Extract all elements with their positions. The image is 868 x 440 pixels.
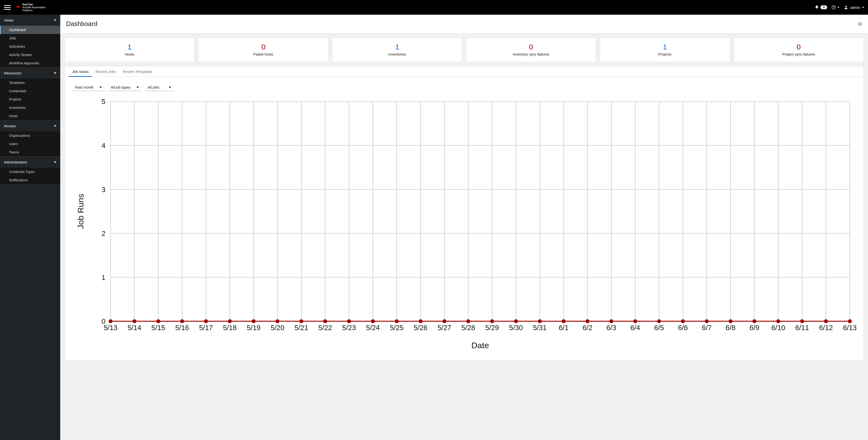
help-menu-button[interactable]: ?: [832, 5, 839, 9]
svg-point-90: [371, 319, 375, 323]
brand-logo[interactable]: Red Hat Ansible Automation Platform: [16, 3, 45, 12]
sidebar-item-schedules[interactable]: Schedules: [0, 42, 60, 50]
sidebar-item-users[interactable]: Users: [0, 140, 60, 148]
nav-section-resources[interactable]: Resources: [0, 67, 60, 78]
svg-text:5/31: 5/31: [533, 324, 547, 332]
svg-text:1: 1: [101, 274, 105, 281]
svg-point-98: [562, 319, 566, 323]
tab-job-status[interactable]: Job status: [69, 67, 92, 77]
svg-point-83: [204, 319, 208, 323]
sidebar-item-workflow-approvals[interactable]: Workflow Approvals: [0, 59, 60, 67]
svg-point-80: [132, 319, 136, 323]
top-header: Red Hat Ansible Automation Platform 0 ? …: [0, 0, 868, 15]
period-select[interactable]: Past month: [72, 84, 105, 91]
svg-text:6/12: 6/12: [819, 324, 833, 332]
nav-section-label: Resources: [4, 71, 22, 75]
svg-point-97: [538, 319, 542, 323]
job-type-select[interactable]: All job types: [108, 84, 142, 91]
svg-text:6/3: 6/3: [607, 324, 616, 332]
svg-text:6/1: 6/1: [559, 324, 568, 332]
svg-point-79: [109, 319, 113, 323]
nav-section-administration[interactable]: Administration: [0, 157, 60, 168]
sidebar-item-activity-stream[interactable]: Activity Stream: [0, 50, 60, 59]
sidebar-item-credential-types[interactable]: Credential Types: [0, 168, 60, 176]
nav-section-label: Views: [4, 18, 14, 22]
svg-text:5/16: 5/16: [175, 324, 189, 332]
svg-text:5: 5: [101, 98, 105, 105]
sidebar-item-inventories[interactable]: Inventories: [0, 103, 60, 112]
job-status-panel: Job statusRecent JobsRecent Templates Pa…: [65, 67, 863, 360]
nav-section-views[interactable]: Views: [0, 15, 60, 26]
caret-down-icon: [136, 87, 139, 88]
svg-text:5/14: 5/14: [128, 324, 141, 332]
stat-label: Projects: [603, 52, 727, 56]
svg-point-89: [347, 319, 351, 323]
svg-text:5/22: 5/22: [318, 324, 332, 332]
stat-card-inventories[interactable]: 1Inventories: [333, 38, 462, 62]
stat-card-hosts[interactable]: 1Hosts: [65, 38, 194, 62]
stat-card-failed-hosts[interactable]: 0Failed hosts: [199, 38, 328, 62]
notifications-button[interactable]: 0: [815, 5, 827, 9]
sidebar-item-organizations[interactable]: Organizations: [0, 131, 60, 140]
notification-count-badge: 0: [820, 5, 827, 9]
sidebar-item-notifications[interactable]: Notifications: [0, 176, 60, 184]
nav-section-label: Administration: [4, 160, 27, 164]
stat-label: Inventories: [335, 52, 459, 56]
sidebar-item-templates[interactable]: Templates: [0, 78, 60, 87]
stat-value: 1: [68, 43, 191, 51]
stat-card-inventory-sync-failures[interactable]: 0Inventory sync failures: [467, 38, 595, 62]
sidebar-item-dashboard[interactable]: Dashboard: [0, 26, 60, 34]
svg-point-108: [800, 319, 804, 323]
svg-point-103: [681, 319, 685, 323]
chart-svg: 0123455/135/145/155/165/175/185/195/205/…: [72, 96, 856, 353]
user-icon: [844, 5, 848, 9]
chevron-down-icon: [54, 20, 56, 21]
stat-value: 1: [603, 43, 727, 51]
main-content: Dashboard 1Hosts0Failed hosts1Inventorie…: [60, 15, 868, 440]
nav-section-access[interactable]: Access: [0, 120, 60, 131]
svg-text:5/24: 5/24: [366, 324, 380, 332]
sidebar-nav: ViewsDashboardJobsSchedulesActivity Stre…: [0, 15, 60, 440]
sidebar-item-hosts[interactable]: Hosts: [0, 112, 60, 120]
tab-recent-templates[interactable]: Recent Templates: [120, 67, 156, 77]
stat-card-projects[interactable]: 1Projects: [600, 38, 729, 62]
svg-point-109: [824, 319, 828, 323]
bell-icon: [815, 5, 819, 9]
period-select-label: Past month: [75, 85, 94, 89]
sidebar-item-jobs[interactable]: Jobs: [0, 34, 60, 42]
stat-value: 0: [201, 43, 325, 51]
caret-down-icon: [169, 87, 171, 88]
sidebar-item-projects[interactable]: Projects: [0, 95, 60, 103]
svg-text:Job Runs: Job Runs: [76, 194, 85, 229]
chevron-down-icon: [54, 162, 56, 163]
svg-text:6/4: 6/4: [630, 324, 640, 332]
svg-text:5/19: 5/19: [247, 324, 260, 332]
brand-text: Red Hat Ansible Automation Platform: [23, 3, 45, 12]
job-status-select-label: All jobs: [148, 85, 159, 89]
svg-point-105: [728, 319, 733, 323]
svg-point-100: [609, 319, 613, 323]
svg-text:Date: Date: [471, 341, 489, 350]
hamburger-menu-button[interactable]: [4, 4, 11, 11]
svg-point-104: [705, 319, 709, 323]
stat-card-project-sync-failures[interactable]: 0Project sync failures: [734, 38, 863, 62]
tab-recent-jobs[interactable]: Recent Jobs: [92, 67, 119, 77]
sidebar-item-teams[interactable]: Teams: [0, 148, 60, 157]
svg-text:5/23: 5/23: [342, 324, 356, 332]
page-title: Dashboard: [66, 20, 97, 28]
svg-text:?: ?: [833, 6, 834, 9]
svg-point-93: [442, 319, 446, 323]
svg-text:6/2: 6/2: [583, 324, 592, 332]
stat-label: Project sync failures: [737, 52, 861, 56]
svg-text:5/21: 5/21: [294, 324, 308, 332]
history-icon[interactable]: [858, 22, 862, 26]
job-status-select[interactable]: All jobs: [145, 84, 174, 91]
job-type-select-label: All job types: [111, 85, 130, 89]
svg-text:3: 3: [101, 186, 105, 194]
user-menu-button[interactable]: admin: [844, 5, 864, 9]
svg-text:5/28: 5/28: [461, 324, 475, 332]
svg-point-84: [228, 319, 232, 323]
stat-label: Inventory sync failures: [469, 52, 593, 56]
svg-point-101: [633, 319, 637, 323]
sidebar-item-credentials[interactable]: Credentials: [0, 87, 60, 95]
